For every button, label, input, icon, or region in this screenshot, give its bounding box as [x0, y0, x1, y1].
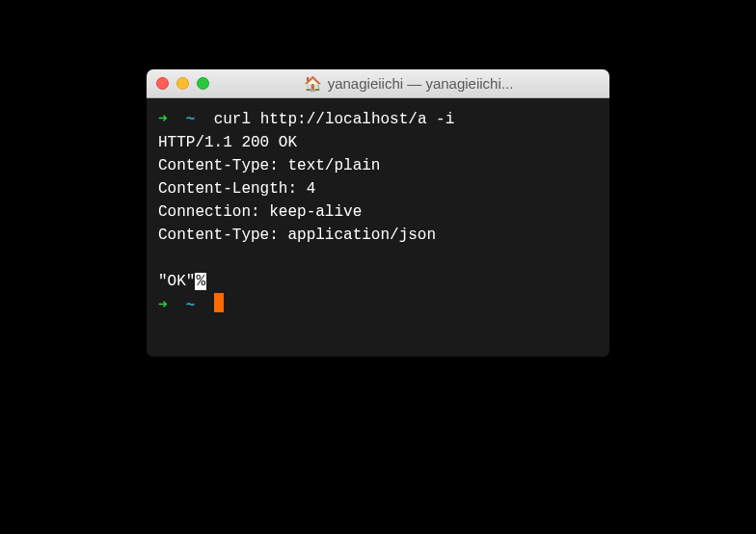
blank-line: [158, 247, 598, 270]
prompt-arrow-icon: ➜: [158, 297, 168, 314]
output-line: Content-Length: 4: [158, 177, 598, 200]
prompt-line-2: ➜ ~: [158, 293, 598, 317]
command-text: curl http://localhost/a -i: [214, 111, 455, 128]
terminal-window: 🏠 yanagieiichi — yanagieiichi... ➜ ~ cur…: [147, 69, 609, 357]
terminal-cursor: [214, 293, 224, 312]
maximize-button[interactable]: [197, 77, 209, 90]
close-button[interactable]: [156, 77, 169, 90]
window-title: 🏠 yanagieiichi — yanagieiichi...: [217, 75, 600, 93]
terminal-body[interactable]: ➜ ~ curl http://localhost/a -i HTTP/1.1 …: [147, 98, 609, 357]
output-body-line: "OK"%: [158, 270, 598, 293]
traffic-lights: [156, 77, 209, 90]
window-titlebar[interactable]: 🏠 yanagieiichi — yanagieiichi...: [147, 69, 609, 98]
prompt-arrow-icon: ➜: [158, 111, 168, 128]
output-line: HTTP/1.1 200 OK: [158, 131, 598, 154]
prompt-line-1: ➜ ~ curl http://localhost/a -i: [158, 108, 598, 131]
prompt-cwd: ~: [186, 111, 196, 128]
output-line: Connection: keep-alive: [158, 200, 598, 224]
title-text: yanagieiichi — yanagieiichi...: [328, 75, 514, 92]
prompt-cwd: ~: [186, 297, 196, 314]
home-icon: 🏠: [304, 75, 322, 93]
minimize-button[interactable]: [176, 77, 189, 90]
output-line: Content-Type: text/plain: [158, 154, 598, 177]
trailing-char: %: [195, 273, 206, 290]
response-body: "OK": [158, 273, 195, 290]
output-line: Content-Type: application/json: [158, 224, 598, 247]
